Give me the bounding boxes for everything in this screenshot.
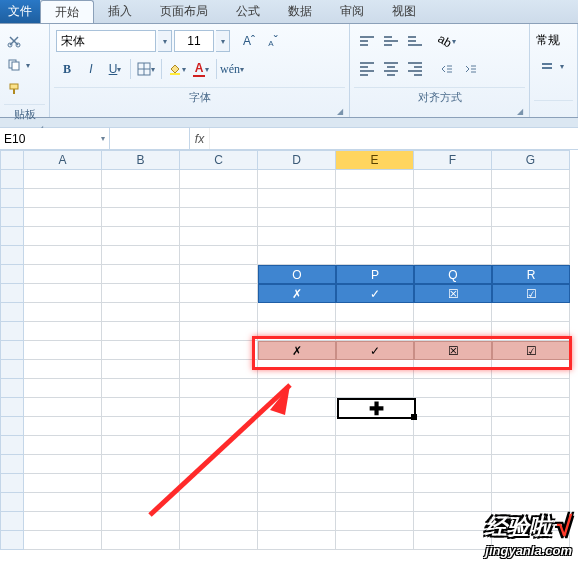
row-hdr[interactable]	[0, 208, 24, 227]
number-format-select[interactable]: 常规	[536, 30, 571, 49]
col-hdr-c[interactable]: C	[180, 150, 258, 170]
font-size-dropdown-icon[interactable]: ▾	[216, 30, 230, 52]
row-hdr[interactable]	[0, 265, 24, 284]
col-hdr-d[interactable]: D	[258, 150, 336, 170]
checkmark-icon: √	[555, 511, 570, 543]
name-box[interactable]: E10 ▾	[0, 128, 110, 149]
cell[interactable]	[492, 170, 570, 189]
col-hdr-f[interactable]: F	[414, 150, 492, 170]
row-hdr[interactable]	[0, 398, 24, 417]
align-bottom-icon[interactable]	[404, 30, 426, 52]
align-top-icon[interactable]	[356, 30, 378, 52]
table-cell[interactable]: ✓	[336, 284, 414, 303]
col-hdr-a[interactable]: A	[24, 150, 102, 170]
accounting-format-icon[interactable]	[536, 55, 558, 77]
align-right-icon[interactable]	[404, 58, 426, 80]
orientation-icon[interactable]: ab▾	[436, 30, 458, 52]
cell[interactable]	[414, 170, 492, 189]
row-hdr[interactable]	[0, 284, 24, 303]
tab-insert[interactable]: 插入	[94, 0, 146, 23]
font-launcher-icon[interactable]: ◢	[54, 107, 345, 117]
formula-bar: E10 ▾ fx	[0, 128, 578, 150]
align-center-icon[interactable]	[380, 58, 402, 80]
svg-rect-4	[10, 84, 18, 89]
cell[interactable]	[24, 170, 102, 189]
row-hdr[interactable]	[0, 341, 24, 360]
align-middle-icon[interactable]	[380, 30, 402, 52]
row-hdr[interactable]	[0, 303, 24, 322]
table-cell[interactable]: ✗	[258, 341, 336, 360]
row-hdr[interactable]	[0, 360, 24, 379]
table-header[interactable]: O	[258, 265, 336, 284]
active-cell[interactable]: ✚	[337, 398, 416, 419]
fx-icon[interactable]: fx	[190, 128, 210, 149]
row-hdr[interactable]	[0, 246, 24, 265]
tab-layout[interactable]: 页面布局	[146, 0, 222, 23]
name-box-dropdown-icon[interactable]: ▾	[101, 134, 105, 143]
font-color-icon[interactable]: A▾	[190, 58, 212, 80]
group-font-title: 字体	[54, 87, 345, 107]
formula-input[interactable]	[210, 128, 578, 149]
row-hdr[interactable]	[0, 322, 24, 341]
underline-button[interactable]: U▾	[104, 58, 126, 80]
row-hdr[interactable]	[0, 493, 24, 512]
borders-icon[interactable]: ▾	[135, 58, 157, 80]
decrease-indent-icon[interactable]	[436, 58, 458, 80]
col-hdr-e[interactable]: E	[336, 150, 414, 170]
align-launcher-icon[interactable]: ◢	[354, 107, 525, 117]
cell[interactable]	[336, 170, 414, 189]
table-cell[interactable]: ✗	[258, 284, 336, 303]
bold-button[interactable]: B	[56, 58, 78, 80]
tab-file[interactable]: 文件	[0, 0, 40, 23]
row-hdr[interactable]	[0, 227, 24, 246]
select-all-corner[interactable]	[0, 150, 24, 170]
format-painter-icon[interactable]	[6, 81, 22, 97]
row-hdr[interactable]	[0, 189, 24, 208]
cut-icon[interactable]	[6, 33, 22, 49]
svg-rect-5	[13, 89, 15, 94]
table-header[interactable]: Q	[414, 265, 492, 284]
copy-icon[interactable]	[6, 57, 22, 73]
tab-review[interactable]: 审阅	[326, 0, 378, 23]
col-hdr-b[interactable]: B	[102, 150, 180, 170]
row-hdr[interactable]	[0, 417, 24, 436]
table-cell[interactable]: ☑	[492, 341, 570, 360]
table-cell[interactable]: ✓	[336, 341, 414, 360]
accounting-dropdown-icon[interactable]: ▾	[560, 62, 564, 71]
row-hdr[interactable]	[0, 379, 24, 398]
row-hdr[interactable]	[0, 455, 24, 474]
cell[interactable]	[180, 170, 258, 189]
shrink-font-icon[interactable]: Aˇ	[262, 30, 284, 52]
font-name-select[interactable]: 宋体	[56, 30, 156, 52]
table-cell[interactable]: ☑	[492, 284, 570, 303]
grow-font-icon[interactable]: Aˆ	[238, 30, 260, 52]
cell[interactable]	[102, 170, 180, 189]
tab-view[interactable]: 视图	[378, 0, 430, 23]
table-header[interactable]: P	[336, 265, 414, 284]
group-number: 常规 ▾	[530, 24, 578, 117]
row-hdr[interactable]	[0, 436, 24, 455]
group-align: ab▾ 对齐方式 ◢	[350, 24, 530, 117]
fill-handle[interactable]	[411, 414, 417, 420]
row-hdr[interactable]	[0, 531, 24, 550]
phonetic-icon[interactable]: wén▾	[221, 58, 243, 80]
increase-indent-icon[interactable]	[460, 58, 482, 80]
cell[interactable]	[258, 170, 336, 189]
table-header[interactable]: R	[492, 265, 570, 284]
table-cell[interactable]: ☒	[414, 341, 492, 360]
italic-button[interactable]: I	[80, 58, 102, 80]
font-name-dropdown-icon[interactable]: ▾	[158, 30, 172, 52]
col-hdr-g[interactable]: G	[492, 150, 570, 170]
copy-dropdown-icon[interactable]: ▾	[26, 61, 30, 70]
align-left-icon[interactable]	[356, 58, 378, 80]
table-cell[interactable]: ☒	[414, 284, 492, 303]
fill-color-icon[interactable]: ▾	[166, 58, 188, 80]
tab-data[interactable]: 数据	[274, 0, 326, 23]
row-hdr[interactable]	[0, 512, 24, 531]
tab-formula[interactable]: 公式	[222, 0, 274, 23]
tab-home[interactable]: 开始	[40, 0, 94, 23]
row-hdr[interactable]	[0, 474, 24, 493]
row-hdr[interactable]	[0, 170, 24, 189]
ribbon-tabs: 文件 开始 插入 页面布局 公式 数据 审阅 视图	[0, 0, 578, 24]
font-size-select[interactable]: 11	[174, 30, 214, 52]
